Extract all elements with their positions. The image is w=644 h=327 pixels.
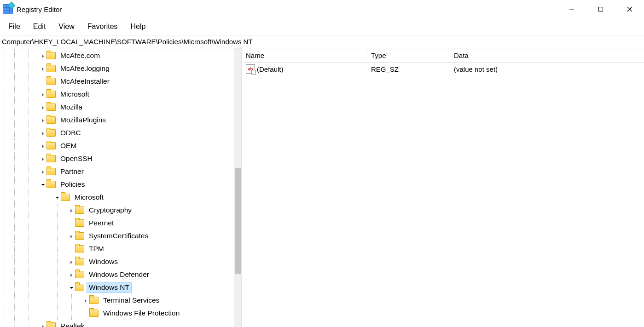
folder-icon [89, 297, 99, 304]
tree-node[interactable]: ⏵ODBC [0, 126, 242, 139]
folder-icon [75, 258, 84, 265]
folder-icon [46, 322, 56, 327]
chevron-right-icon[interactable]: ⏵ [83, 298, 89, 303]
tree-node[interactable]: ⏵Realtek [0, 320, 242, 327]
value-name: (Default) [257, 65, 284, 73]
tree-node[interactable]: ⏵Mozilla [0, 101, 242, 114]
chevron-right-icon[interactable]: ⏵ [69, 208, 75, 213]
values-pane: Name Type Data ab(Default)REG_SZ(value n… [242, 48, 644, 327]
tree-node[interactable]: Windows File Protection [0, 307, 242, 320]
window-controls [557, 0, 644, 18]
tree-node[interactable]: ⏷Policies [0, 178, 242, 191]
tree-node-label[interactable]: Mozilla [58, 102, 84, 112]
svg-rect-1 [598, 7, 603, 11]
values-header: Name Type Data [242, 48, 644, 63]
tree-node[interactable]: Peernet [0, 217, 242, 229]
tree-node-label[interactable]: TPM [87, 244, 106, 254]
tree-node-label[interactable]: Microsoft [73, 192, 105, 202]
chevron-right-icon[interactable]: ⏵ [40, 169, 46, 174]
tree-node-label[interactable]: Policies [58, 179, 87, 189]
folder-icon [75, 207, 84, 214]
tree-node-label[interactable]: Partner [58, 166, 86, 177]
tree-node-label[interactable]: ODBC [58, 128, 83, 138]
folder-icon [75, 232, 84, 240]
column-header-name[interactable]: Name [242, 48, 367, 62]
tree-node-label[interactable]: McAfeeInstaller [58, 76, 111, 86]
tree-node-label[interactable]: SystemCertificates [87, 231, 150, 241]
chevron-right-icon[interactable]: ⏵ [40, 143, 46, 149]
tree-node[interactable]: ⏵Cryptography [0, 204, 242, 217]
folder-icon [46, 116, 56, 124]
tree-node[interactable]: ⏵Windows Defender [0, 268, 242, 281]
tree-node[interactable]: ⏵Terminal Services [0, 294, 242, 307]
value-row[interactable]: ab(Default)REG_SZ(value not set) [242, 63, 644, 75]
regedit-app-icon [3, 4, 13, 14]
folder-icon [46, 142, 56, 149]
column-header-data[interactable]: Data [450, 48, 644, 62]
tree-node-label[interactable]: McAfee.com [58, 51, 102, 61]
tree-node-label[interactable]: Peernet [87, 218, 116, 228]
tree-node[interactable]: ⏷Microsoft [0, 191, 242, 204]
tree-scrollbar[interactable] [234, 48, 242, 327]
folder-icon [75, 271, 84, 278]
tree-node[interactable]: ⏵OpenSSH [0, 152, 242, 165]
menu-edit[interactable]: Edit [28, 21, 52, 33]
chevron-down-icon[interactable]: ⏷ [69, 285, 75, 290]
tree-node-label[interactable]: Realtek [58, 321, 87, 327]
tree-node-label[interactable]: Windows Defender [87, 270, 151, 280]
menu-view[interactable]: View [53, 21, 80, 33]
tree-node[interactable]: ⏵McAfee.logging [0, 62, 242, 75]
tree-node-label[interactable]: Terminal Services [101, 295, 161, 305]
tree-node[interactable]: ⏷Windows NT [0, 281, 242, 294]
tree-node-label[interactable]: Windows NT [87, 282, 131, 293]
chevron-right-icon[interactable]: ⏵ [69, 272, 75, 277]
tree-node-label[interactable]: Cryptography [87, 205, 133, 215]
tree-node-label[interactable]: Windows [87, 257, 120, 267]
minimize-button[interactable] [557, 0, 586, 18]
chevron-right-icon[interactable]: ⏵ [40, 131, 46, 136]
tree-node[interactable]: ⏵McAfee.com [0, 49, 242, 62]
chevron-right-icon[interactable]: ⏵ [40, 118, 46, 123]
chevron-right-icon[interactable]: ⏵ [69, 234, 75, 239]
menu-help[interactable]: Help [125, 21, 151, 33]
tree-node-label[interactable]: OEM [58, 141, 78, 151]
value-type: REG_SZ [367, 65, 450, 73]
chevron-right-icon[interactable]: ⏵ [69, 259, 75, 264]
tree-node[interactable]: McAfeeInstaller [0, 75, 242, 88]
tree-node[interactable]: ⏵Microsoft [0, 88, 242, 101]
chevron-down-icon[interactable]: ⏷ [54, 195, 61, 200]
chevron-right-icon[interactable]: ⏵ [40, 324, 46, 327]
folder-icon [46, 129, 56, 137]
tree-node[interactable]: ⏵OEM [0, 139, 242, 152]
maximize-button[interactable] [586, 0, 615, 18]
chevron-right-icon[interactable]: ⏵ [40, 66, 46, 71]
chevron-right-icon[interactable]: ⏵ [40, 156, 46, 161]
address-bar[interactable]: Computer\HKEY_LOCAL_MACHINE\SOFTWARE\Pol… [0, 35, 644, 48]
tree-node-label[interactable]: Microsoft [58, 89, 91, 99]
tree-node-label[interactable]: MozillaPlugins [58, 115, 108, 125]
folder-icon [89, 310, 99, 317]
chevron-down-icon[interactable]: ⏷ [40, 182, 46, 187]
tree-node[interactable]: ⏵Partner [0, 165, 242, 178]
chevron-right-icon[interactable]: ⏵ [40, 53, 46, 58]
chevron-right-icon[interactable]: ⏵ [40, 105, 46, 110]
menu-file[interactable]: File [3, 21, 26, 33]
menu-favorites[interactable]: Favorites [82, 21, 123, 33]
close-button[interactable] [615, 0, 644, 18]
values-list[interactable]: ab(Default)REG_SZ(value not set) [242, 63, 644, 327]
tree-node[interactable]: ⏵SystemCertificates [0, 229, 242, 242]
tree-node-label[interactable]: McAfee.logging [58, 63, 111, 74]
registry-tree[interactable]: ⏵McAfee.com⏵McAfee.loggingMcAfeeInstalle… [0, 48, 242, 327]
content-area: ⏵McAfee.com⏵McAfee.loggingMcAfeeInstalle… [0, 48, 644, 327]
tree-scrollbar-thumb[interactable] [235, 168, 241, 274]
tree-node[interactable]: TPM [0, 242, 242, 255]
folder-icon [46, 78, 56, 85]
tree-node[interactable]: ⏵Windows [0, 255, 242, 268]
tree-node-label[interactable]: Windows File Protection [101, 308, 181, 318]
column-header-type[interactable]: Type [367, 48, 450, 62]
tree-node[interactable]: ⏵MozillaPlugins [0, 114, 242, 126]
chevron-right-icon[interactable]: ⏵ [40, 92, 46, 97]
folder-icon [61, 194, 70, 201]
tree-node-label[interactable]: OpenSSH [58, 154, 94, 164]
reg-string-icon: ab [246, 64, 255, 74]
